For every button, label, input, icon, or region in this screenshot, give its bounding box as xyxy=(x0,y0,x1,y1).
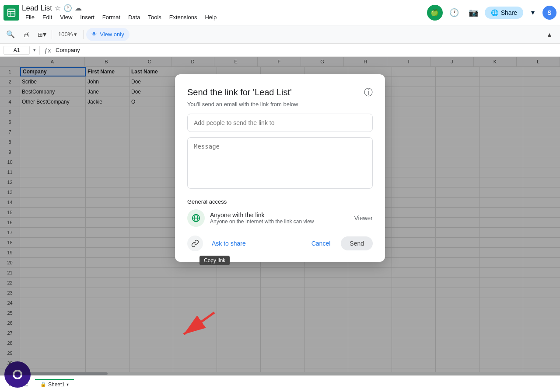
menu-format[interactable]: Format xyxy=(99,13,124,21)
menu-data[interactable]: Data xyxy=(125,13,144,21)
avatar-green[interactable]: 🍏 xyxy=(427,5,443,21)
formula-bar: A1 ▾ ƒx Company xyxy=(0,44,560,57)
formula-content[interactable]: Company xyxy=(56,47,556,53)
search-btn[interactable]: 🔍 xyxy=(4,28,18,42)
collapse-toolbar-btn[interactable]: ▲ xyxy=(542,28,556,42)
access-info: Anyone with the link Anyone on the Inter… xyxy=(210,212,349,225)
view-only-button[interactable]: 👁 View only xyxy=(86,28,129,41)
user-avatar[interactable]: S xyxy=(542,6,556,20)
menu-extensions[interactable]: Extensions xyxy=(166,13,201,21)
toolbar: 🔍 🖨 ⊞▾ 100% ▾ 👁 View only ▲ xyxy=(0,25,560,44)
view-only-label: View only xyxy=(100,31,124,38)
viewer-dropdown[interactable]: Viewer xyxy=(354,215,373,222)
star-icon[interactable]: ☆ xyxy=(55,4,61,12)
dialog-title: Send the link for 'Lead List' xyxy=(187,87,292,97)
cancel-button[interactable]: Cancel xyxy=(304,236,338,250)
sheet-chevron[interactable]: ▾ xyxy=(66,382,69,387)
send-button[interactable]: Send xyxy=(341,236,373,250)
share-label: Share xyxy=(501,9,517,16)
doc-title: Lead List xyxy=(22,4,52,13)
svg-rect-0 xyxy=(8,9,15,16)
copy-link-button[interactable] xyxy=(187,236,203,251)
dialog-header: Send the link for 'Lead List' ⓘ xyxy=(187,87,373,98)
toolbar-sep-2 xyxy=(83,30,84,39)
message-textarea[interactable] xyxy=(187,137,373,189)
meet-icon-btn[interactable]: 📷 xyxy=(466,5,481,21)
format-paint-btn[interactable]: ⊞▾ xyxy=(35,28,49,42)
history-icon-btn[interactable]: 🕐 xyxy=(446,5,462,21)
toolbar-sep-1 xyxy=(52,30,52,39)
spreadsheet-area: A B C D E F G H I J K L 1CompanyFirst Na… xyxy=(0,57,560,375)
dialog-subtitle: You'll send an email with the link from … xyxy=(187,101,373,108)
menu-file[interactable]: File xyxy=(22,13,38,21)
menu-view[interactable]: View xyxy=(56,13,76,21)
bottom-bar: + ☰ 🔒 Sheet1 ▾ xyxy=(0,375,560,392)
sheet-name: Sheet1 xyxy=(48,382,65,388)
share-button[interactable]: 🌐 Share xyxy=(485,7,523,19)
sheet-tab-sheet1[interactable]: 🔒 Sheet1 ▾ xyxy=(35,379,74,389)
doc-title-row: Lead List ☆ 🕐 ☁ xyxy=(22,4,424,13)
top-right: 🍏 🕐 📷 🌐 Share ▾ S xyxy=(427,5,556,21)
zoom-selector[interactable]: 100% ▾ xyxy=(55,29,80,39)
menu-insert[interactable]: Insert xyxy=(77,13,98,21)
modal-overlay: Send the link for 'Lead List' ⓘ You'll s… xyxy=(0,57,560,375)
cell-ref-chevron[interactable]: ▾ xyxy=(33,47,36,53)
menu-tools[interactable]: Tools xyxy=(144,13,164,21)
share-dialog: Send the link for 'Lead List' ⓘ You'll s… xyxy=(175,74,385,262)
dialog-footer: Copy link Ask to share Cancel Send xyxy=(187,236,373,251)
zoom-chevron: ▾ xyxy=(74,31,77,38)
clock-icon[interactable]: 🕐 xyxy=(63,4,72,12)
formula-separator xyxy=(39,46,40,55)
top-bar: Lead List ☆ 🕐 ☁ File Edit View Insert Fo… xyxy=(0,0,560,25)
ask-to-share-button[interactable]: Ask to share xyxy=(206,236,251,250)
access-subtitle: Anyone on the Internet with the link can… xyxy=(210,219,349,225)
print-btn[interactable]: 🖨 xyxy=(19,28,33,42)
share-dropdown-btn[interactable]: ▾ xyxy=(527,7,539,19)
menu-help[interactable]: Help xyxy=(201,13,220,21)
menu-row: File Edit View Insert Format Data Tools … xyxy=(22,13,424,21)
zoom-value: 100% xyxy=(58,31,73,38)
access-title: Anyone with the link xyxy=(210,212,349,219)
globe-share-icon: 🌐 xyxy=(491,9,498,16)
globe-access-icon xyxy=(187,209,205,227)
menu-edit[interactable]: Edit xyxy=(39,13,56,21)
app-icon xyxy=(4,5,19,21)
title-area: Lead List ☆ 🕐 ☁ File Edit View Insert Fo… xyxy=(22,4,424,21)
eye-icon: 👁 xyxy=(91,31,97,38)
sheet-lock-icon: 🔒 xyxy=(40,382,46,387)
access-row: Anyone with the link Anyone on the Inter… xyxy=(187,209,373,227)
cloud-icon[interactable]: ☁ xyxy=(75,4,82,12)
formula-function-icon: ƒx xyxy=(43,47,52,54)
people-input[interactable] xyxy=(187,114,373,132)
cell-reference[interactable]: A1 xyxy=(4,46,30,55)
help-icon[interactable]: ⓘ xyxy=(364,87,373,98)
copy-link-tooltip: Copy link xyxy=(200,256,230,265)
general-access-label: General access xyxy=(187,198,373,205)
